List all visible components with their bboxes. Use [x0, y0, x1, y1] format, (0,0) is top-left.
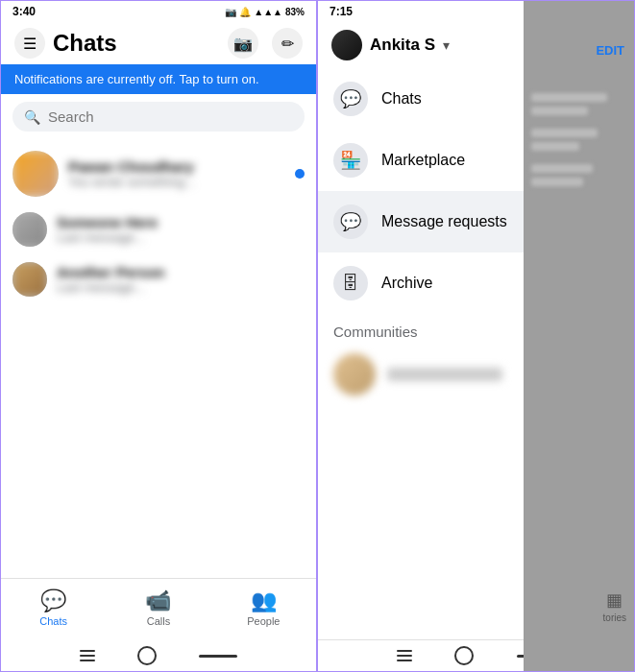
- chat-list: Pawan Choudhary You wrote something... S…: [1, 139, 316, 578]
- chat-preview: You wrote something...: [68, 175, 285, 189]
- communities-label: Communities: [333, 324, 418, 340]
- community-avatar: [333, 353, 376, 396]
- left-time: 3:40: [12, 5, 36, 18]
- bottom-nav: 💬 Chats 📹 Calls 👥 People: [1, 578, 316, 640]
- user-name-label: Ankita S: [370, 36, 435, 55]
- calls-nav-icon: 📹: [145, 588, 171, 613]
- right-phone-panel: 7:15 ▲▲▲ 71% Ankita S ▾ ⚙ EDIT 💬 Chats 🏪…: [317, 0, 635, 672]
- chat-info: Pawan Choudhary You wrote something...: [68, 158, 285, 189]
- left-header: ☰ Chats 📷 ✏: [1, 22, 316, 64]
- stories-section: ▦ tories: [603, 589, 626, 623]
- nav-item-calls[interactable]: 📹 Calls: [106, 585, 210, 631]
- chats-nav-icon: 💬: [40, 588, 66, 613]
- left-phone-panel: 3:40 📷 🔔 ▲▲▲ 83% ☰ Chats 📷 ✏ Notificatio…: [0, 0, 317, 672]
- chat-info: Someone Here Last message...: [57, 214, 305, 245]
- camera-icon: 📷: [233, 35, 253, 53]
- chat-meta: [295, 169, 305, 179]
- user-avatar: [331, 30, 362, 60]
- right-home-button[interactable]: [454, 646, 474, 665]
- avatar: [12, 151, 59, 197]
- marketplace-menu-label: Marketplace: [381, 152, 465, 169]
- nav-item-chats[interactable]: 💬 Chats: [1, 585, 106, 631]
- calls-nav-label: Calls: [147, 615, 170, 627]
- compose-button[interactable]: ✏: [272, 28, 303, 59]
- back-button[interactable]: [80, 650, 95, 661]
- camera-button[interactable]: 📷: [228, 28, 258, 59]
- right-overlay-panel: EDIT ▦ tories: [524, 1, 634, 671]
- chat-name: Someone Here: [57, 214, 305, 230]
- notification-banner[interactable]: Notifications are currently off. Tap to …: [1, 64, 316, 94]
- right-time: 7:15: [330, 5, 353, 18]
- search-input[interactable]: [48, 108, 293, 125]
- chats-menu-icon: 💬: [333, 82, 368, 116]
- header-left: ☰ Chats: [14, 28, 117, 59]
- marketplace-menu-icon: 🏪: [333, 143, 368, 178]
- chat-preview: Last message...: [57, 280, 305, 295]
- message-requests-label: Message requests: [381, 213, 507, 230]
- people-nav-label: People: [247, 615, 280, 627]
- chat-item[interactable]: Someone Here Last message...: [1, 204, 316, 254]
- notification-status-icon: 🔔: [239, 7, 251, 17]
- people-nav-icon: 👥: [251, 588, 277, 613]
- menu-button[interactable]: ☰: [14, 28, 45, 59]
- left-status-icons: 📷 🔔 ▲▲▲ 83%: [225, 7, 305, 17]
- unread-indicator: [295, 169, 305, 179]
- chat-item[interactable]: Pawan Choudhary You wrote something...: [1, 143, 316, 204]
- chat-name: Pawan Choudhary: [68, 158, 285, 175]
- home-indicator: [1, 640, 316, 671]
- avatar: [12, 212, 47, 247]
- search-icon: 🔍: [24, 109, 40, 125]
- search-bar[interactable]: 🔍: [12, 102, 305, 132]
- right-header-left: Ankita S ▾: [331, 30, 450, 60]
- chat-name: Another Person: [57, 264, 305, 280]
- left-status-bar: 3:40 📷 🔔 ▲▲▲ 83%: [1, 1, 316, 22]
- stories-label: tories: [603, 612, 626, 623]
- recent-button[interactable]: [199, 655, 237, 658]
- avatar: [12, 262, 47, 297]
- message-requests-icon: 💬: [333, 204, 368, 239]
- archive-menu-icon: 🗄: [333, 266, 368, 300]
- edit-icon: ✏: [281, 35, 294, 53]
- hamburger-icon: ☰: [23, 35, 37, 53]
- community-name: [387, 368, 502, 381]
- chats-menu-label: Chats: [381, 90, 422, 108]
- signal-icon: ▲▲▲: [254, 7, 282, 17]
- chat-item[interactable]: Another Person Last message...: [1, 254, 316, 304]
- camera-status-icon: 📷: [225, 7, 236, 17]
- overlay-edit-label[interactable]: EDIT: [596, 43, 624, 58]
- overlay-content: [524, 85, 634, 199]
- archive-menu-label: Archive: [381, 275, 432, 292]
- page-title: Chats: [53, 30, 117, 57]
- chat-info: Another Person Last message...: [57, 264, 305, 295]
- chats-nav-label: Chats: [39, 615, 67, 627]
- battery-icon: 83%: [285, 7, 305, 17]
- avatar-image: [12, 151, 59, 197]
- right-back-button[interactable]: [397, 650, 412, 661]
- home-button[interactable]: [137, 646, 157, 665]
- nav-item-people[interactable]: 👥 People: [211, 585, 316, 631]
- chevron-down-icon[interactable]: ▾: [443, 37, 450, 53]
- header-right: 📷 ✏: [228, 28, 303, 59]
- chat-preview: Last message...: [57, 230, 305, 245]
- stories-icon: ▦: [606, 589, 623, 611]
